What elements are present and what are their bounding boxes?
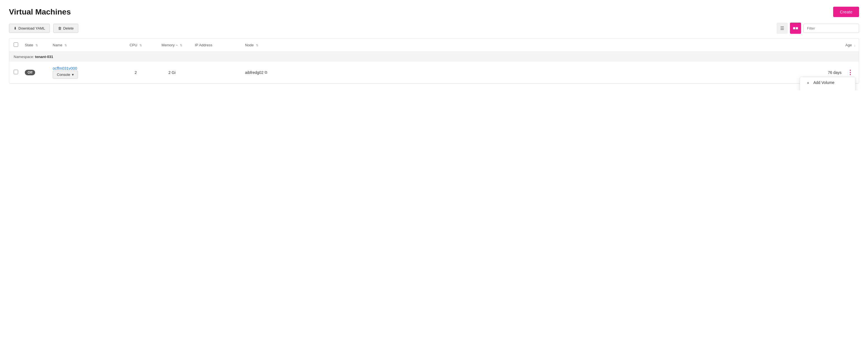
th-name[interactable]: Name ⇅ (49, 38, 119, 52)
grid-view-button[interactable]: ■■ (790, 23, 801, 34)
list-icon: ☰ (780, 26, 784, 31)
page-header: Virtual Machines Create (9, 7, 859, 17)
menu-item-add-volume[interactable]: + Add Volume (800, 77, 855, 88)
select-all-checkbox[interactable] (14, 42, 18, 47)
console-btn-wrapper: Console ▾ (53, 70, 116, 79)
cpu-sort-icon: ⇅ (140, 44, 142, 47)
grid-icon: ■■ (793, 26, 798, 31)
page-title: Virtual Machines (9, 7, 71, 17)
age-container: 76 days ⋮ + Add Volume › View Log (301, 68, 856, 77)
table-row: Off ocffm031v000 Console ▾ 2 (9, 62, 859, 83)
copy-icon[interactable]: ⧉ (265, 70, 267, 75)
row-state-cell: Off (22, 62, 49, 83)
trash-icon: 🗑 (58, 26, 62, 30)
download-yaml-button[interactable]: ⬇ Download YAML (9, 24, 50, 33)
row-actions-button[interactable]: ⋮ (845, 68, 856, 77)
menu-item-view-logs[interactable]: › View Logs (800, 88, 855, 91)
row-checkbox[interactable] (14, 70, 18, 74)
name-sort-icon: ⇅ (64, 44, 67, 47)
table-container: State ⇅ Name ⇅ CPU ⇅ Memory ~ ⇅ (9, 38, 859, 84)
memory-sort-icon: ⇅ (180, 44, 182, 47)
filter-input[interactable] (803, 24, 859, 33)
state-sort-icon: ⇅ (35, 44, 38, 47)
plus-icon: + (806, 80, 811, 85)
namespace-row: Namespace: tenant-031 (9, 52, 859, 62)
namespace-value: tenant-031 (35, 55, 53, 59)
context-menu: + Add Volume › View Logs ✎ Edit Config (800, 77, 856, 91)
node-cell-content: aibfredg02 ⧉ (245, 70, 294, 75)
toolbar-right: ☰ ■■ (777, 23, 859, 34)
row-name-cell: ocffm031v000 Console ▾ (49, 62, 119, 83)
state-badge: Off (25, 70, 35, 75)
th-state[interactable]: State ⇅ (22, 38, 49, 52)
create-button[interactable]: Create (833, 7, 859, 17)
th-cpu[interactable]: CPU ⇅ (119, 38, 152, 52)
th-memory[interactable]: Memory ~ ⇅ (152, 38, 191, 52)
vm-name-link[interactable]: ocffm031v000 (53, 66, 77, 70)
th-select-all (9, 38, 22, 52)
list-view-button[interactable]: ☰ (777, 23, 788, 34)
row-ip-cell (191, 62, 242, 83)
table-header-row: State ⇅ Name ⇅ CPU ⇅ Memory ~ ⇅ (9, 38, 859, 52)
th-node[interactable]: Node ⇅ (242, 38, 298, 52)
namespace-cell: Namespace: tenant-031 (9, 52, 859, 62)
row-cpu-cell: 2 (119, 62, 152, 83)
delete-button[interactable]: 🗑 Delete (53, 24, 79, 33)
th-age[interactable]: Age ↓ (298, 38, 859, 52)
chevron-down-icon: ▾ (72, 73, 74, 77)
row-node-cell: aibfredg02 ⧉ (242, 62, 298, 83)
th-ip-address[interactable]: IP Address (191, 38, 242, 52)
toolbar: ⬇ Download YAML 🗑 Delete ☰ ■■ (9, 23, 859, 34)
row-memory-cell: 2 Gi (152, 62, 191, 83)
row-age-cell: 76 days ⋮ + Add Volume › View Log (298, 62, 859, 83)
vm-table: State ⇅ Name ⇅ CPU ⇅ Memory ~ ⇅ (9, 38, 859, 83)
node-sort-icon: ⇅ (256, 44, 258, 47)
page-container: Virtual Machines Create ⬇ Download YAML … (0, 0, 868, 90)
download-icon: ⬇ (14, 26, 17, 30)
row-checkbox-cell (9, 62, 22, 83)
toolbar-left: ⬇ Download YAML 🗑 Delete (9, 24, 78, 33)
age-sort-icon: ↓ (854, 44, 856, 47)
console-button[interactable]: Console ▾ (53, 70, 78, 79)
